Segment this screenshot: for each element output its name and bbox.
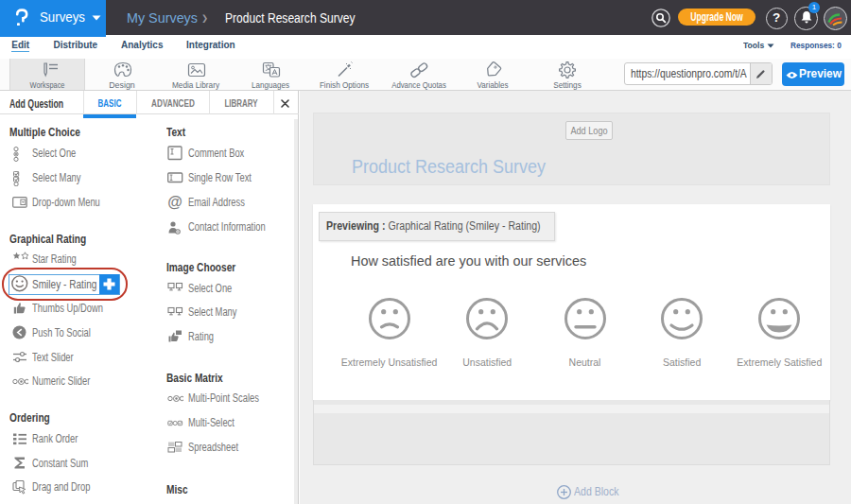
svg-text:@: @ — [167, 195, 182, 210]
